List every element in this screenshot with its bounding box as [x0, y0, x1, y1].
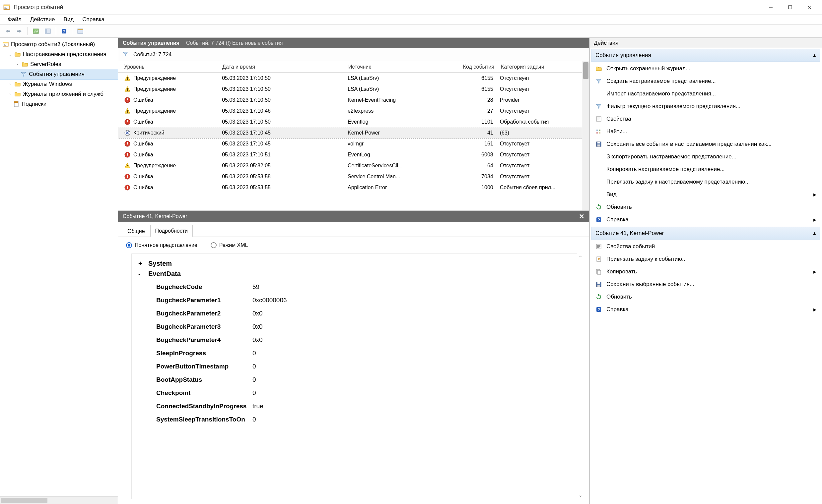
tree-server-roles[interactable]: › ServerRoles	[0, 59, 118, 69]
scroll-up-icon[interactable]: ⌃	[578, 255, 583, 259]
action-item[interactable]: Свойства событий	[591, 240, 820, 253]
action-item[interactable]: Обновить	[591, 291, 820, 303]
detail-tabs: Общие Подробности	[118, 222, 589, 237]
actions-section-1-title[interactable]: События управления ▴	[591, 49, 820, 62]
cell-source: EventLog	[344, 151, 450, 158]
col-level[interactable]: Уровень	[121, 62, 219, 72]
table-row[interactable]: Предупреждение05.03.2023 17:10:50LSA (Ls…	[118, 73, 582, 84]
action-item[interactable]: Обновить	[591, 201, 820, 213]
tab-details[interactable]: Подробности	[150, 225, 193, 237]
action-label: Сохранить все события в настраиваемом пр…	[606, 141, 772, 147]
toolbar-btn-1[interactable]	[30, 26, 41, 36]
tree-custom-views[interactable]: ⌄ Настраиваемые представления	[0, 49, 118, 59]
table-row[interactable]: Критический05.03.2023 17:10:45Kernel-Pow…	[118, 127, 582, 138]
tree-events-mgmt[interactable]: События управления	[0, 69, 118, 79]
-icon	[595, 90, 602, 97]
action-item[interactable]: Копировать настраиваемое представление..…	[591, 163, 820, 176]
actions-section-2-title[interactable]: Событие 41, Kernel-Power ▴	[591, 227, 820, 240]
tree-hscrollbar[interactable]	[0, 496, 118, 504]
scroll-down-icon[interactable]: ⌄	[578, 492, 583, 497]
folder-icon	[22, 61, 28, 68]
tree-collapse-icon[interactable]: ⌄	[8, 52, 12, 57]
radio-xml[interactable]: Режим XML	[211, 242, 248, 248]
action-item[interactable]: Привязать задачу к событию...	[591, 253, 820, 265]
table-row[interactable]: Предупреждение05.03.2023 17:10:46e2fexpr…	[118, 105, 582, 116]
action-item[interactable]: Создать настраиваемое представление...	[591, 75, 820, 87]
nav-forward-button[interactable]	[14, 26, 25, 36]
-icon	[595, 153, 602, 160]
nav-back-button[interactable]	[2, 26, 13, 36]
action-item[interactable]: Копировать▸	[591, 265, 820, 278]
col-date[interactable]: Дата и время	[219, 62, 345, 72]
action-item[interactable]: Найти...	[591, 125, 820, 138]
table-row[interactable]: Ошибка05.03.2023 17:10:50Eventlog1101Обр…	[118, 116, 582, 127]
action-item[interactable]: Экспортировать настраиваемое представлен…	[591, 150, 820, 163]
cell-date: 05.03.2023 17:10:51	[219, 151, 344, 158]
scrollbar-thumb[interactable]	[583, 62, 588, 79]
level-text: Критический	[133, 130, 164, 136]
menu-view[interactable]: Вид	[60, 15, 78, 24]
eventdata-value: true	[253, 400, 264, 413]
level-text: Ошибка	[133, 119, 153, 125]
close-icon[interactable]: ✕	[579, 212, 584, 220]
toolbar-btn-3[interactable]	[75, 26, 86, 36]
actions-sec1-label: События управления	[595, 52, 651, 59]
tree-subscriptions[interactable]: Подписки	[0, 99, 118, 109]
eventdata-row: BugcheckCode59	[156, 280, 570, 294]
cell-task: Обработка события	[497, 118, 579, 126]
filter-icon[interactable]	[122, 51, 129, 59]
tree-expand-icon[interactable]: ›	[8, 82, 12, 86]
col-task[interactable]: Категория задачи	[498, 62, 580, 72]
detail-vscrollbar[interactable]: ⌃ ⌄	[577, 253, 584, 499]
eventdata-node[interactable]: - EventData	[138, 270, 570, 278]
action-item[interactable]: Фильтр текущего настраиваемого представл…	[591, 100, 820, 113]
help-icon	[595, 216, 602, 223]
table-vscrollbar[interactable]	[582, 61, 589, 210]
scrollbar-thumb[interactable]	[1, 498, 47, 503]
menu-file[interactable]: Файл	[4, 15, 26, 24]
detail-body: + System - EventData BugcheckCode59Bugch…	[131, 253, 577, 499]
col-source[interactable]: Источник	[345, 62, 451, 72]
cell-task: Отсутствует	[497, 140, 579, 147]
collapse-icon[interactable]: -	[138, 270, 144, 278]
eventdata-row: Checkpoint0	[156, 386, 570, 400]
toolbar-btn-2[interactable]	[42, 26, 53, 36]
collapse-icon[interactable]: ▴	[813, 230, 816, 237]
maximize-button[interactable]	[781, 1, 800, 14]
action-item[interactable]: Привязать задачу к настраиваемому предст…	[591, 176, 820, 188]
cell-id: 7034	[450, 173, 497, 180]
minimize-button[interactable]	[761, 1, 781, 14]
tab-general[interactable]: Общие	[123, 226, 149, 237]
col-id[interactable]: Код события	[451, 62, 498, 72]
table-row[interactable]: Предупреждение05.03.2023 05:82:05Certifi…	[118, 160, 582, 171]
tree-windows-logs[interactable]: › Журналы Windows	[0, 79, 118, 89]
action-item[interactable]: Справка▸	[591, 303, 820, 316]
tree-root[interactable]: Просмотр событий (Локальный)	[0, 39, 118, 49]
table-row[interactable]: Ошибка05.03.2023 17:10:51EventLog6008Отс…	[118, 149, 582, 160]
action-item[interactable]: Справка▸	[591, 213, 820, 226]
level-icon	[124, 119, 131, 125]
expand-icon[interactable]: +	[138, 260, 144, 267]
tree-expand-icon[interactable]: ›	[8, 92, 12, 96]
action-item[interactable]: Свойства	[591, 113, 820, 125]
close-button[interactable]	[800, 1, 819, 14]
action-item[interactable]: Сохранить выбранные события...	[591, 278, 820, 291]
radio-friendly[interactable]: Понятное представление	[126, 242, 197, 248]
action-item[interactable]: Открыть сохраненный журнал...	[591, 62, 820, 75]
action-item[interactable]: Импорт настраиваемого представления...	[591, 87, 820, 100]
action-item[interactable]: Вид▸	[591, 188, 820, 201]
tree-app-logs[interactable]: › Журналы приложений и служб	[0, 89, 118, 99]
table-row[interactable]: Ошибка05.03.2023 17:10:50Kernel-EventTra…	[118, 94, 582, 105]
table-row[interactable]: Ошибка05.03.2023 17:10:45volmgr161Отсутс…	[118, 138, 582, 149]
menu-help[interactable]: Справка	[78, 15, 108, 24]
content-subtitle: Событий: 7 724 (!) Есть новые события	[186, 40, 283, 46]
menu-action[interactable]: Действие	[26, 15, 59, 24]
system-node[interactable]: + System	[138, 260, 570, 267]
table-row[interactable]: Предупреждение05.03.2023 17:10:50LSA (Ls…	[118, 84, 582, 94]
collapse-icon[interactable]: ▴	[813, 52, 816, 59]
table-row[interactable]: Ошибка05.03.2023 05:53:55Application Err…	[118, 182, 582, 193]
action-item[interactable]: Сохранить все события в настраиваемом пр…	[591, 138, 820, 150]
tree-expand-icon[interactable]: ›	[15, 62, 20, 67]
table-row[interactable]: Ошибка05.03.2023 05:53:58Service Control…	[118, 171, 582, 182]
toolbar-help-button[interactable]	[59, 26, 69, 36]
